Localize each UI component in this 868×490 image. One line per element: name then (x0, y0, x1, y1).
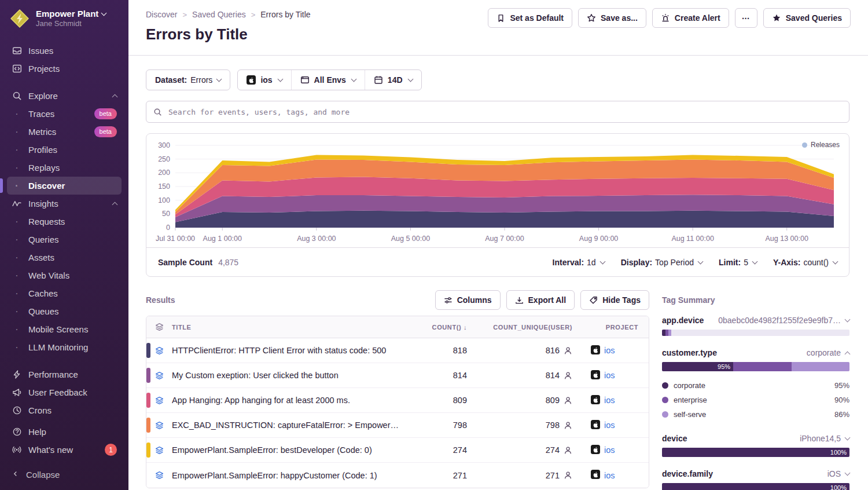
chevron-down-icon (845, 317, 851, 323)
star-filled-icon (772, 13, 781, 23)
sidebar-item-label: Replays (28, 163, 60, 173)
sidebar-item-crons[interactable]: Crons (7, 401, 122, 419)
limit-selector[interactable]: Limit:5 (719, 258, 757, 267)
bullet-icon: · (12, 109, 22, 119)
sidebar-item-discover[interactable]: ·Discover (7, 177, 122, 195)
column-project[interactable]: PROJECT (578, 324, 649, 331)
sidebar-item-assets[interactable]: ·Assets (7, 248, 122, 266)
sidebar-item-metrics[interactable]: ·Metricsbeta (7, 123, 122, 141)
tag-value-toggle[interactable]: 0baebc0de4982f1255f2e9e9fb7… (718, 316, 849, 325)
chevron-up-icon (112, 94, 118, 100)
svg-text:Aug 5 00:00: Aug 5 00:00 (391, 235, 430, 243)
series-color-strip (146, 368, 150, 383)
more-options-button[interactable]: ⋯ (735, 8, 757, 28)
environment-selector[interactable]: All Envs (291, 70, 365, 90)
error-title-link[interactable]: EmpowerPlant.SampleError: happyCustomer … (172, 471, 408, 480)
sidebar-item-help[interactable]: Help (7, 423, 122, 441)
project-selector[interactable]: ios (238, 70, 290, 90)
sidebar-item-llm-monitoring[interactable]: ·LLM Monitoring (7, 338, 122, 356)
breadcrumb-discover[interactable]: Discover (146, 10, 177, 19)
explore-icon (12, 91, 22, 101)
sidebar-item-user-feedback[interactable]: User Feedback (7, 383, 122, 401)
y-axis-selector[interactable]: Y-Axis:count() (773, 258, 837, 267)
series-color-strip (146, 418, 150, 433)
error-title-link[interactable]: HTTPClientError: HTTP Client Error with … (172, 346, 408, 355)
set-as-default-button[interactable]: Set as Default (488, 8, 572, 28)
date-range-selector[interactable]: 14D (365, 70, 421, 90)
results-table-header: TITLE COUNT() ↓ COUNT_UNIQUE(USER) PROJE… (146, 316, 649, 338)
column-count-unique-user[interactable]: COUNT_UNIQUE(USER) (473, 324, 578, 331)
search-input[interactable] (167, 107, 842, 117)
sort-desc-icon: ↓ (464, 324, 467, 331)
create-alert-button[interactable]: Create Alert (652, 8, 729, 28)
column-count[interactable]: COUNT() ↓ (408, 324, 473, 331)
hide-tags-button[interactable]: Hide Tags (580, 290, 649, 310)
sidebar-item-queues[interactable]: ·Queues (7, 302, 122, 320)
bullet-icon: · (12, 145, 22, 155)
feedback-icon (12, 387, 22, 397)
legend-dot (662, 411, 668, 418)
project-link[interactable]: ios (604, 396, 615, 405)
save-as-button[interactable]: Save as... (578, 8, 646, 28)
sidebar-item-label: Crons (28, 405, 52, 415)
issues-icon (12, 46, 22, 56)
column-title[interactable]: TITLE (172, 324, 408, 331)
sidebar-item-mobile-screens[interactable]: ·Mobile Screens (7, 320, 122, 338)
dataset-selector[interactable]: Dataset: Errors (146, 70, 230, 90)
count-unique-value: 816 (546, 346, 560, 355)
error-title-link[interactable]: My Custom exeption: User clicked the but… (172, 371, 408, 380)
breadcrumb-separator: > (251, 10, 256, 19)
error-title-link[interactable]: EXC_BAD_INSTRUCTION: captureFatalError: … (172, 420, 408, 430)
export-all-button[interactable]: Export All (506, 290, 575, 310)
sidebar-item-explore[interactable]: Explore (7, 87, 122, 105)
sidebar-item-projects[interactable]: Projects (7, 60, 122, 78)
columns-button[interactable]: Columns (435, 290, 501, 310)
insights-icon (12, 199, 22, 209)
tag-distribution-bar: 100% (662, 448, 849, 457)
interval-selector[interactable]: Interval:1d (553, 258, 605, 267)
project-link[interactable]: ios (604, 445, 615, 455)
releases-legend-dot (802, 142, 807, 148)
breadcrumb-saved-queries[interactable]: Saved Queries (192, 10, 246, 19)
sidebar-item-requests[interactable]: ·Requests (7, 213, 122, 231)
sidebar-item-profiles[interactable]: ·Profiles (7, 141, 122, 159)
project-link[interactable]: ios (604, 471, 615, 480)
stack-icon[interactable] (146, 471, 172, 480)
table-row: HTTPClientError: HTTP Client Error with … (146, 338, 649, 363)
sidebar-item-issues[interactable]: Issues (7, 42, 122, 60)
project-link[interactable]: ios (604, 371, 615, 380)
tag-legend-row: enterprise90% (662, 393, 849, 407)
chevron-down-icon (351, 76, 356, 82)
chevron-down-icon (216, 76, 222, 82)
sidebar-item-web-vitals[interactable]: ·Web Vitals (7, 266, 122, 284)
sidebar-item-replays[interactable]: ·Replays (7, 159, 122, 177)
project-link[interactable]: ios (604, 346, 615, 355)
sample-count-value: 4,875 (218, 258, 238, 267)
sidebar-item-queries[interactable]: ·Queries (7, 231, 122, 248)
error-title-link[interactable]: App Hanging: App hanging for at least 20… (172, 396, 408, 405)
bullet-icon: · (12, 270, 22, 281)
tag-value-toggle[interactable]: corporate (807, 348, 849, 357)
project-link[interactable]: ios (604, 420, 615, 430)
display-selector[interactable]: Display:Top Period (621, 258, 703, 267)
project-cell: ios (578, 395, 649, 406)
chart-legend[interactable]: Releases (802, 141, 840, 149)
chevron-down-icon (833, 258, 838, 264)
sidebar-item-caches[interactable]: ·Caches (7, 284, 122, 302)
user-icon (564, 396, 572, 405)
saved-queries-button[interactable]: Saved Queries (763, 8, 851, 28)
tag-value-toggle[interactable]: iOS (827, 469, 849, 478)
org-switcher[interactable]: Empower Plant Jane Schmidt (0, 0, 128, 32)
sidebar-collapse-button[interactable]: Collapse (0, 460, 128, 490)
svg-text:50: 50 (162, 210, 170, 218)
tag-icon (589, 296, 598, 305)
sidebar-item-insights[interactable]: Insights (7, 195, 122, 213)
sidebar-item-what-s-new[interactable]: What's new1 (7, 441, 122, 459)
sidebar-item-traces[interactable]: ·Tracesbeta (7, 105, 122, 123)
tag-bar-segment (668, 330, 671, 336)
error-title-link[interactable]: EmpowerPlant.SampleError: bestDeveloper … (172, 445, 408, 455)
sidebar-item-performance[interactable]: Performance (7, 365, 122, 383)
series-color-strip (146, 393, 150, 408)
apple-ios-icon (591, 345, 600, 356)
tag-value-toggle[interactable]: iPhone14,5 (800, 434, 849, 443)
